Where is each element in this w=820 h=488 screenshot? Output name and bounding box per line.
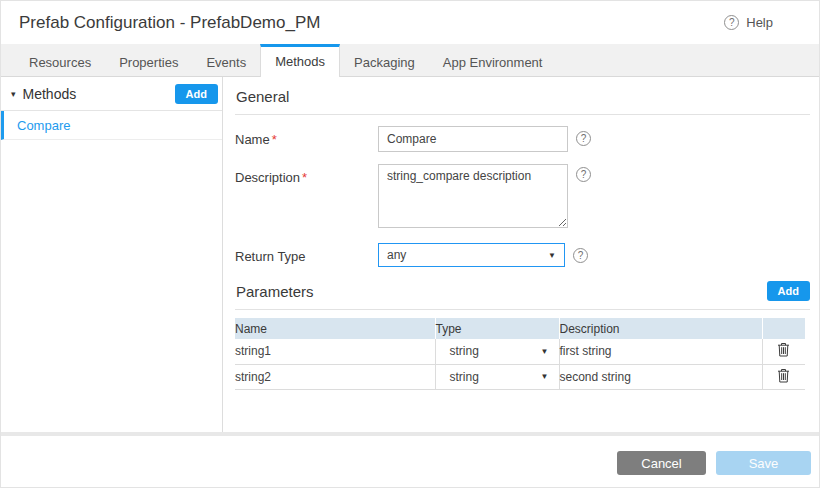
description-form-row: Description* string_compare description … bbox=[235, 164, 810, 228]
save-button[interactable]: Save bbox=[716, 451, 811, 475]
add-method-button[interactable]: Add bbox=[175, 84, 218, 104]
column-header-name: Name bbox=[235, 318, 435, 339]
trash-icon bbox=[777, 368, 790, 383]
return-type-value: any bbox=[387, 248, 406, 262]
add-parameter-button[interactable]: Add bbox=[767, 281, 810, 301]
param-name-cell[interactable]: string1 bbox=[235, 339, 435, 364]
chevron-down-icon: ▼ bbox=[548, 251, 556, 260]
help-link[interactable]: ? Help bbox=[724, 15, 773, 30]
sidebar-section-header[interactable]: ▾ Methods Add bbox=[1, 77, 222, 111]
param-type-select[interactable]: string ▼ bbox=[436, 370, 559, 384]
return-type-form-row: Return Type any ▼ ? bbox=[235, 243, 810, 267]
general-section-header: General bbox=[235, 82, 810, 115]
tab-properties[interactable]: Properties bbox=[105, 44, 192, 76]
tab-resources[interactable]: Resources bbox=[15, 44, 105, 76]
methods-sidebar: ▾ Methods Add Compare bbox=[1, 77, 223, 432]
chevron-down-icon: ▼ bbox=[541, 347, 549, 356]
table-row: string1 string ▼ first string bbox=[235, 339, 805, 364]
tab-app-environment[interactable]: App Environment bbox=[429, 44, 557, 76]
table-row: string2 string ▼ second string bbox=[235, 364, 805, 389]
cancel-button[interactable]: Cancel bbox=[617, 451, 706, 475]
tab-bar: Resources Properties Events Methods Pack… bbox=[1, 44, 819, 77]
help-icon[interactable]: ? bbox=[724, 15, 739, 30]
return-type-help-icon[interactable]: ? bbox=[573, 248, 588, 263]
delete-parameter-button[interactable] bbox=[775, 366, 792, 388]
required-asterisk: * bbox=[302, 170, 307, 185]
param-description-cell[interactable]: second string bbox=[559, 364, 762, 389]
prefab-configuration-dialog: { "window": { "title": "Prefab Configura… bbox=[0, 0, 820, 488]
tab-events[interactable]: Events bbox=[192, 44, 260, 76]
footer-action-bar: Cancel Save bbox=[1, 436, 819, 488]
collapse-caret-icon[interactable]: ▾ bbox=[11, 89, 16, 99]
parameters-table: Name Type Description string1 string ▼ f… bbox=[235, 318, 805, 390]
name-help-icon[interactable]: ? bbox=[576, 131, 591, 146]
description-label: Description* bbox=[235, 164, 378, 185]
column-header-type: Type bbox=[435, 318, 559, 339]
param-type-cell: string ▼ bbox=[435, 339, 559, 364]
body-area: ▾ Methods Add Compare General Name* ? De… bbox=[1, 77, 819, 432]
param-type-select[interactable]: string ▼ bbox=[436, 344, 559, 358]
return-type-select[interactable]: any ▼ bbox=[378, 243, 565, 267]
delete-parameter-button[interactable] bbox=[775, 340, 792, 362]
page-title: Prefab Configuration - PrefabDemo_PM bbox=[19, 13, 320, 33]
required-asterisk: * bbox=[272, 132, 277, 147]
table-header-row: Name Type Description bbox=[235, 318, 805, 339]
return-type-label: Return Type bbox=[235, 243, 378, 264]
column-header-actions bbox=[762, 318, 805, 339]
tab-packaging[interactable]: Packaging bbox=[340, 44, 429, 76]
name-input[interactable] bbox=[378, 126, 568, 152]
param-actions-cell bbox=[762, 364, 805, 389]
name-form-row: Name* ? bbox=[235, 126, 810, 152]
param-description-cell[interactable]: first string bbox=[559, 339, 762, 364]
parameters-section-title: Parameters bbox=[236, 283, 314, 300]
general-section-title: General bbox=[236, 88, 289, 105]
description-help-icon[interactable]: ? bbox=[576, 167, 591, 182]
param-actions-cell bbox=[762, 339, 805, 364]
title-bar: Prefab Configuration - PrefabDemo_PM ? H… bbox=[1, 1, 819, 44]
tab-methods[interactable]: Methods bbox=[260, 44, 340, 77]
sidebar-section-label: Methods bbox=[23, 86, 77, 102]
param-type-cell: string ▼ bbox=[435, 364, 559, 389]
description-textarea[interactable]: string_compare description bbox=[378, 164, 568, 228]
name-label: Name* bbox=[235, 126, 378, 147]
chevron-down-icon: ▼ bbox=[541, 372, 549, 381]
help-label[interactable]: Help bbox=[746, 15, 773, 30]
method-detail-panel: General Name* ? Description* string_comp… bbox=[223, 77, 819, 432]
parameters-section-header: Parameters Add bbox=[235, 281, 810, 310]
sidebar-item-compare[interactable]: Compare bbox=[1, 111, 222, 140]
column-header-description: Description bbox=[559, 318, 762, 339]
param-name-cell[interactable]: string2 bbox=[235, 364, 435, 389]
trash-icon bbox=[777, 342, 790, 357]
